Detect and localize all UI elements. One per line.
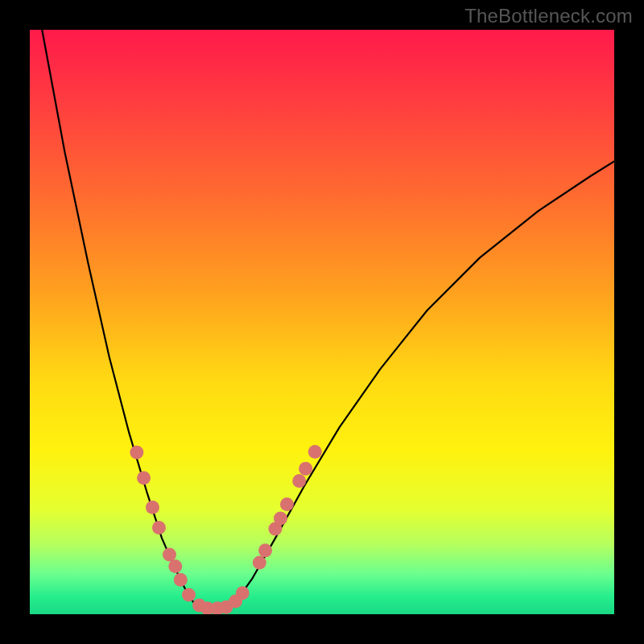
data-point xyxy=(163,547,176,561)
watermark-text: TheBottleneck.com xyxy=(464,5,633,27)
data-point xyxy=(292,474,306,488)
data-point xyxy=(182,588,196,602)
data-point xyxy=(168,559,182,573)
data-point xyxy=(146,501,159,514)
data-point xyxy=(299,462,312,476)
bottleneck-curve xyxy=(42,30,614,610)
data-point xyxy=(174,573,188,587)
plot-area xyxy=(30,30,614,614)
data-point xyxy=(253,556,266,570)
data-point xyxy=(274,511,287,525)
data-point xyxy=(130,445,143,459)
bottleneck-curve-chart xyxy=(30,30,614,614)
data-point xyxy=(152,521,166,535)
data-point xyxy=(137,471,151,485)
data-point xyxy=(308,445,322,459)
data-point xyxy=(236,586,250,600)
frame: TheBottleneck.com xyxy=(0,0,644,644)
data-point xyxy=(258,543,272,557)
data-point xyxy=(280,497,294,511)
